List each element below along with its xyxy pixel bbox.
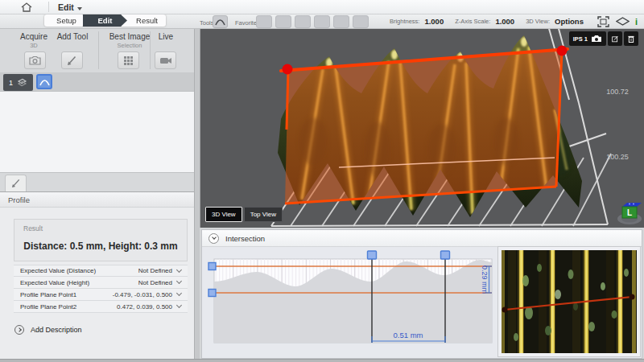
edit-tab[interactable] — [5, 175, 27, 191]
workflow-tabs: Setup Edit Result — [44, 14, 160, 27]
plane-endpoint-left[interactable] — [283, 64, 293, 75]
fit-frame-button[interactable] — [597, 15, 611, 27]
delete-button[interactable] — [624, 31, 638, 46]
tab-edit[interactable]: Edit — [83, 14, 127, 27]
layer-number: 1 — [9, 79, 13, 87]
lower-line-handle[interactable] — [208, 290, 216, 297]
favorite-slot-2[interactable] — [275, 15, 291, 28]
plane-point1-row[interactable]: Profile Plane Point1 -0.479, -0.031, 0.5… — [14, 289, 188, 301]
collapse-button[interactable] — [208, 233, 219, 244]
info-icon[interactable]: i — [635, 17, 638, 27]
add-description-button[interactable]: Add Description — [14, 325, 82, 335]
frame-icon — [597, 16, 609, 27]
expected-distance-row[interactable]: Expected Value (Distance) Not Defined — [14, 265, 188, 277]
measure-plane[interactable] — [281, 46, 568, 204]
pencil-icon — [67, 56, 77, 66]
edit-menu[interactable]: Edit — [58, 2, 82, 13]
3d-view-button[interactable]: 3D View — [205, 207, 242, 222]
edit-export-icon — [612, 35, 618, 43]
favorite-slot-1[interactable] — [256, 15, 272, 28]
add-tool-button[interactable] — [61, 51, 83, 69]
plane-endpoint-right[interactable] — [557, 46, 568, 56]
export-button[interactable] — [608, 31, 622, 46]
camera-icon — [29, 56, 41, 65]
orientation-gizmo[interactable]: L — [617, 203, 642, 224]
panel-splitter[interactable] — [194, 29, 200, 362]
chevron-down-icon[interactable] — [176, 266, 182, 272]
profile-curve-icon — [39, 78, 50, 86]
top-view-image[interactable] — [502, 250, 637, 353]
favorite-slot-5[interactable] — [333, 15, 349, 28]
top-view-button[interactable]: Top View — [244, 207, 283, 222]
layer-tab[interactable]: 1 — [3, 74, 33, 91]
ips-capture-button[interactable]: IPS 1 — [569, 31, 606, 46]
brightness-value[interactable]: 1.000 — [424, 17, 444, 26]
chevron-down-icon[interactable] — [176, 278, 182, 284]
intersection-panel: Intersection — [201, 229, 642, 359]
tool-list-area[interactable] — [0, 91, 194, 173]
gizmo-letter: L — [627, 208, 632, 217]
profile-title: Profile — [8, 195, 30, 204]
profile-graph[interactable]: 0.51 mm 0.29 mm — [208, 251, 508, 359]
3d-view-label: 3D View: — [526, 18, 550, 25]
profile-section: Profile Result Distance: 0.5 mm, Height:… — [0, 192, 194, 362]
cursor-handle-left[interactable] — [368, 251, 377, 259]
profile-curve-icon — [215, 18, 225, 26]
plane-diamond-icon — [616, 17, 630, 26]
tab-setup[interactable]: Setup — [44, 14, 89, 27]
row-value: Not Defined — [138, 279, 177, 286]
row-value: 0.472, 0.039, 0.500 — [117, 303, 177, 311]
titlebar-separator — [48, 2, 49, 12]
row-value: Not Defined — [138, 267, 177, 274]
home-button[interactable] — [16, 1, 37, 13]
intersection-title: Intersection — [225, 234, 265, 243]
live-label: Live — [150, 32, 182, 41]
3d-scene: L — [200, 29, 644, 228]
title-bar: Edit — [0, 0, 644, 14]
layer-strip: 1 — [0, 72, 194, 91]
z-axis-tick-lower: 100.25 — [600, 153, 635, 161]
upper-line-handle[interactable] — [208, 263, 216, 270]
chevron-down-icon — [77, 7, 82, 10]
profile-tool-button[interactable] — [213, 15, 228, 28]
camera-icon — [591, 35, 602, 43]
profile-tool-selected[interactable] — [36, 74, 52, 89]
pencil-icon — [11, 179, 21, 188]
profile-header: Profile — [0, 192, 194, 208]
add-description-label: Add Description — [31, 326, 82, 334]
viewport-toolbar: IPS 1 — [569, 31, 638, 46]
zaxis-scale-value[interactable]: 1.000 — [495, 17, 514, 26]
chevron-down-icon[interactable] — [176, 302, 182, 308]
cursor-handle-right[interactable] — [441, 251, 450, 259]
plane-view-button[interactable] — [616, 15, 630, 27]
tab-result[interactable]: Result — [122, 14, 166, 27]
trash-icon — [628, 35, 634, 43]
left-panel: Acquire 3D Add Tool Best Image Selection… — [0, 29, 200, 362]
command-separator — [150, 31, 151, 69]
favorite-slot-4[interactable] — [314, 15, 330, 28]
3d-viewport[interactable]: L IPS 1 — [200, 29, 644, 228]
acquire-label: Acquire — [13, 32, 55, 41]
zaxis-scale-label: Z-Axis Scale: — [455, 18, 490, 25]
window-bottom-edge — [0, 359, 644, 362]
acquire-3d-button[interactable] — [24, 51, 46, 69]
expand-icon — [14, 325, 24, 335]
expected-height-row[interactable]: Expected Value (Height) Not Defined — [14, 277, 188, 289]
3d-view-options-button[interactable]: Options — [555, 17, 584, 26]
brightness-label: Brightness: — [390, 18, 420, 25]
favorite-slot-6[interactable] — [353, 15, 369, 28]
result-text: Distance: 0.5 mm, Height: 0.3 mm — [14, 241, 187, 252]
row-value: -0.479, -0.031, 0.500 — [113, 291, 177, 298]
live-button[interactable] — [155, 51, 176, 69]
row-label: Profile Plane Point1 — [14, 291, 113, 298]
height-measurement-label: 0.29 mm — [481, 265, 489, 294]
best-image-label: Best Image — [106, 32, 153, 41]
best-image-button[interactable] — [118, 51, 139, 69]
chevron-down-icon[interactable] — [176, 290, 182, 296]
plane-point2-row[interactable]: Profile Plane Point2 0.472, 0.039, 0.500 — [14, 301, 188, 313]
ips-label: IPS 1 — [573, 35, 588, 43]
row-label: Expected Value (Height) — [14, 279, 138, 286]
favorite-slot-3[interactable] — [295, 15, 311, 28]
top-view-image-frame — [497, 246, 641, 357]
view-mode-toggle: 3D View Top View — [205, 207, 283, 222]
